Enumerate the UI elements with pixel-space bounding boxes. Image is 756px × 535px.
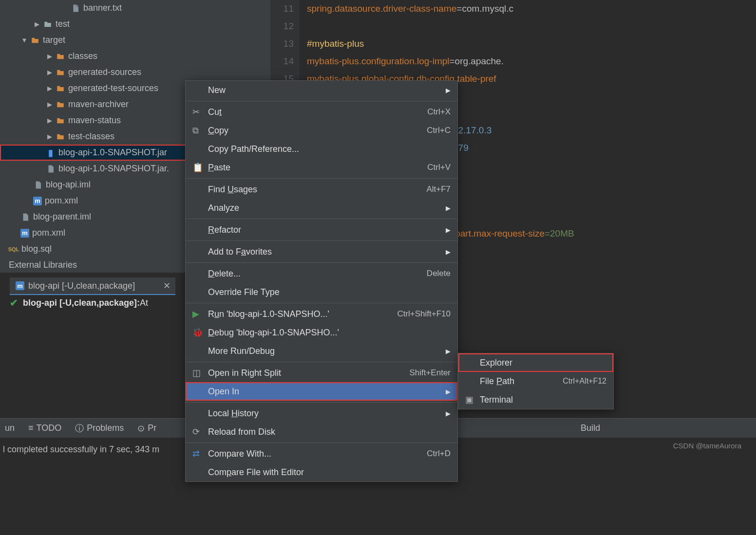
tree-item[interactable]: ▶generated-sources — [0, 64, 270, 80]
menu-favorites[interactable]: Add to Favorites▶ — [186, 242, 457, 261]
menu-open-in[interactable]: Open In▶ — [186, 382, 457, 401]
bug-icon: 🐞 — [192, 327, 204, 338]
folder-icon — [56, 132, 65, 142]
menu-compare-editor[interactable]: Compare File with Editor — [186, 463, 457, 481]
run-tool[interactable]: un — [5, 423, 15, 433]
menu-delete[interactable]: Delete...Delete — [186, 264, 457, 283]
menu-more-run[interactable]: More Run/Debug▶ — [186, 342, 457, 360]
profiler-tool[interactable]: ⊙Pr — [137, 423, 156, 434]
menu-local-history[interactable]: Local History▶ — [186, 404, 457, 423]
tree-item[interactable]: ▶test — [0, 16, 270, 32]
menu-split[interactable]: ◫Open in Right SplitShift+Enter — [186, 364, 457, 382]
folder-icon — [56, 84, 65, 93]
menu-new[interactable]: New▶ — [186, 81, 457, 99]
folder-icon — [56, 116, 65, 126]
build-tab[interactable]: m blog-api [-U,clean,package] ✕ — [10, 277, 175, 295]
chevron-right-icon[interactable]: ▶ — [46, 117, 54, 124]
tree-item[interactable]: ▼target — [0, 32, 270, 48]
cut-icon: ✂ — [192, 107, 204, 117]
sql-icon: SQL — [9, 244, 19, 254]
maven-icon: m — [33, 197, 42, 205]
maven-icon: m — [20, 229, 29, 238]
file-icon — [20, 212, 30, 222]
build-status: Build — [581, 423, 600, 433]
jar-icon: ▮ — [46, 148, 56, 158]
chevron-right-icon[interactable]: ▶ — [46, 69, 54, 76]
build-result: ✔ blog-api [-U,clean,package]: At — [10, 297, 148, 309]
chevron-right-icon[interactable]: ▶ — [46, 53, 54, 60]
close-icon[interactable]: ✕ — [163, 280, 170, 291]
gutter: 1112131415 — [270, 0, 300, 88]
compare-icon: ⇄ — [192, 448, 204, 459]
submenu-file-path[interactable]: File PathCtrl+Alt+F12 — [458, 372, 613, 390]
status-bar: l completed successfully in 7 sec, 343 m — [0, 444, 159, 455]
problems-tool[interactable]: ⓘProblems — [75, 423, 124, 434]
tree-item[interactable]: ▶classes — [0, 48, 270, 64]
reload-icon: ⟳ — [192, 426, 204, 437]
context-menu[interactable]: New▶ ✂CutCtrl+X ⧉CopyCtrl+C Copy Path/Re… — [185, 80, 458, 482]
maven-icon: m — [16, 281, 24, 290]
chevron-down-icon[interactable]: ▼ — [20, 37, 28, 44]
chevron-right-icon[interactable]: ▶ — [46, 133, 54, 140]
split-icon: ◫ — [192, 368, 204, 378]
menu-reload[interactable]: ⟳Reload from Disk — [186, 423, 457, 441]
terminal-icon: ▣ — [465, 394, 477, 405]
run-icon: ▶ — [192, 309, 204, 319]
menu-copy[interactable]: ⧉CopyCtrl+C — [186, 121, 457, 140]
menu-compare[interactable]: ⇄Compare With...Ctrl+D — [186, 444, 457, 463]
menu-override[interactable]: Override File Type — [186, 283, 457, 301]
folder-icon — [30, 36, 40, 45]
menu-cut[interactable]: ✂CutCtrl+X — [186, 103, 457, 121]
copy-icon: ⧉ — [192, 126, 204, 136]
menu-copy-path[interactable]: Copy Path/Reference... — [186, 140, 457, 158]
watermark: CSDN @tameAurora — [673, 442, 741, 450]
chevron-right-icon[interactable]: ▶ — [46, 101, 54, 108]
chevron-right-icon[interactable]: ▶ — [33, 20, 41, 28]
folder-icon — [56, 52, 65, 61]
submenu-open-in[interactable]: Explorer File PathCtrl+Alt+F12 ▣Terminal — [458, 353, 614, 409]
submenu-explorer[interactable]: Explorer — [458, 353, 613, 372]
chevron-right-icon[interactable]: ▶ — [46, 85, 54, 92]
submenu-terminal[interactable]: ▣Terminal — [458, 390, 613, 409]
check-icon: ✔ — [10, 297, 18, 309]
folder-icon — [56, 68, 65, 77]
menu-run[interactable]: ▶Run 'blog-api-1.0-SNAPSHO...'Ctrl+Shift… — [186, 305, 457, 323]
file-icon — [46, 164, 56, 174]
folder-icon — [56, 100, 65, 110]
tree-item[interactable]: banner.txt — [0, 0, 270, 16]
paste-icon: 📋 — [192, 162, 204, 173]
file-icon — [71, 3, 80, 13]
file-icon — [33, 180, 43, 190]
todo-tool[interactable]: ≡TODO — [28, 423, 61, 433]
menu-analyze[interactable]: Analyze▶ — [186, 199, 457, 217]
folder-icon — [43, 19, 53, 29]
menu-paste[interactable]: 📋PasteCtrl+V — [186, 158, 457, 177]
menu-refactor[interactable]: Refactor▶ — [186, 221, 457, 239]
menu-find-usages[interactable]: Find UsagesAlt+F7 — [186, 180, 457, 199]
menu-debug[interactable]: 🐞Debug 'blog-api-1.0-SNAPSHO...' — [186, 323, 457, 342]
